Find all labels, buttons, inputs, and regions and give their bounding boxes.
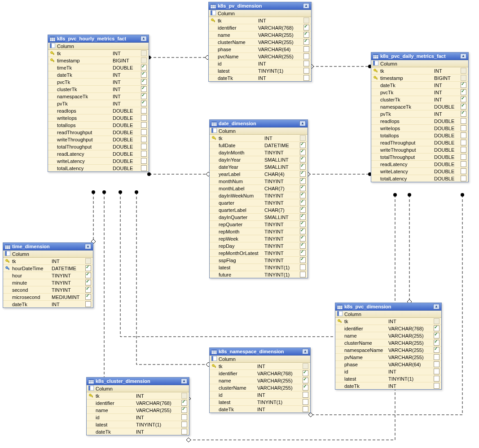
column-name: tk: [57, 51, 111, 56]
checkbox-cell: [141, 122, 147, 128]
checkbox-icon: [461, 68, 466, 74]
checkbox-cell: [85, 294, 91, 300]
checkbox-cell: [302, 378, 308, 383]
table-row: latestTINYINT(1): [210, 399, 310, 406]
checkbox-cell: [433, 376, 439, 382]
column-type: INT: [136, 393, 179, 399]
table-row: nameVARCHAR(255): [210, 377, 310, 384]
column-type: VARCHAR(255): [258, 40, 301, 45]
checkbox-cell: [460, 168, 466, 174]
svg-point-8: [92, 190, 95, 194]
table-row: totalLatencyDOUBLE: [48, 165, 149, 171]
svg-rect-30: [52, 53, 54, 54]
column-name: clusterName: [219, 385, 255, 391]
collapse-icon[interactable]: ▲: [302, 349, 308, 354]
table-icon: k8s_pvc_dimension: [337, 304, 391, 309]
column-subheader: Column: [210, 127, 308, 135]
checkbox-cell: [299, 185, 306, 191]
svg-rect-99: [91, 395, 92, 396]
column-name: readThroughput: [380, 140, 432, 145]
svg-marker-21: [308, 413, 313, 417]
table-row: tkINT: [210, 135, 308, 142]
table-row: totalThroughputDOUBLE: [371, 154, 468, 161]
column-type: DOUBLE: [434, 162, 458, 167]
checkbox-icon: [303, 399, 308, 405]
column-type: TINYINT(1): [136, 422, 179, 427]
table-row: secondTINYINT: [3, 286, 93, 294]
table-row: pvcTkINT: [371, 89, 468, 96]
checkbox-cell: [303, 68, 309, 74]
column-type: INT: [388, 319, 431, 324]
column-label: Column: [219, 128, 236, 134]
checkbox-cell: [303, 53, 309, 59]
table-row: totalThroughputDOUBLE: [48, 143, 149, 150]
column-type: VARCHAR(768): [257, 371, 300, 376]
collapse-icon[interactable]: ▲: [433, 304, 439, 309]
checkbox-cell: [433, 361, 439, 367]
svg-rect-76: [7, 261, 9, 262]
checkbox-icon: [141, 122, 147, 128]
column-type: TINYINT(1): [264, 272, 298, 277]
column-name: repWeek: [219, 236, 263, 242]
checkbox-cell: [299, 214, 306, 220]
column-type: VARCHAR(255): [257, 378, 300, 383]
column-type: VARCHAR(255): [258, 32, 301, 38]
column-type: DOUBLE: [113, 130, 139, 135]
column-name: minute: [12, 280, 50, 285]
column-name: quarterLabel: [219, 207, 263, 213]
checkbox-icon: [85, 280, 91, 285]
checkbox-icon: [300, 135, 306, 141]
table-row: pvTkINT: [48, 100, 149, 107]
table-row: fullDateDATETIME: [210, 142, 308, 149]
checkbox-icon: [461, 161, 466, 167]
checkbox-cell: [460, 111, 466, 117]
collapse-icon[interactable]: ▲: [141, 36, 147, 41]
checkbox-cell: [141, 129, 147, 135]
collapse-icon[interactable]: ▲: [299, 121, 306, 126]
column-label: Column: [218, 11, 235, 16]
column-type: DOUBLE: [434, 126, 458, 131]
column-type: INT: [258, 18, 301, 23]
checkbox-icon: [461, 111, 466, 117]
collapse-icon[interactable]: ▲: [460, 53, 466, 59]
column-subheader: Column: [87, 385, 189, 392]
collapse-icon[interactable]: ▲: [181, 378, 187, 384]
checkbox-icon: [303, 378, 308, 383]
column-name: pvTk: [380, 111, 432, 117]
column-name: writeLatency: [57, 158, 111, 164]
column-label: Column: [96, 386, 113, 391]
column-type: INT: [52, 302, 83, 307]
table-row: writeLatencyDOUBLE: [48, 158, 149, 165]
table-row: namespaceTkDOUBLE: [371, 103, 468, 110]
table-body: tkINTidentifierVARCHAR(768)nameVARCHAR(2…: [87, 392, 189, 435]
table-row: identifierVARCHAR(768): [210, 370, 310, 377]
primary-key-icon: [211, 136, 217, 141]
column-type: INT: [113, 51, 139, 56]
checkbox-icon: [300, 200, 306, 206]
column-name: readThroughput: [57, 130, 111, 135]
collapse-icon[interactable]: ▲: [303, 3, 309, 9]
table-row: writeThroughputDOUBLE: [48, 136, 149, 143]
table-row: nameVARCHAR(255): [209, 31, 311, 39]
table-row: tkINT: [210, 363, 310, 370]
column-header-icon: [88, 386, 94, 391]
table-body: tkINTidentifierVARCHAR(768)nameVARCHAR(2…: [210, 363, 310, 413]
checkbox-icon: [303, 53, 309, 59]
checkbox-icon: [303, 385, 308, 391]
column-type: VARCHAR(255): [257, 385, 300, 391]
checkbox-cell: [302, 406, 308, 412]
table-row: timestampBIGINT: [371, 75, 468, 82]
table-row: dateTkINT: [87, 428, 189, 435]
svg-rect-82: [211, 349, 217, 351]
svg-rect-67: [215, 139, 216, 140]
collapse-icon[interactable]: ▲: [85, 244, 91, 249]
column-name: clusterName: [344, 340, 387, 346]
checkbox-cell: [299, 164, 306, 170]
checkbox-icon: [303, 25, 309, 31]
checkbox-icon: [300, 207, 306, 213]
checkbox-icon: [300, 157, 306, 163]
checkbox-icon: [141, 101, 147, 106]
column-name: dateTk: [344, 383, 387, 389]
table-title-text: k8s_pvc_hourly_metrics_fact: [57, 36, 126, 41]
column-type: VARCHAR(64): [388, 362, 431, 367]
